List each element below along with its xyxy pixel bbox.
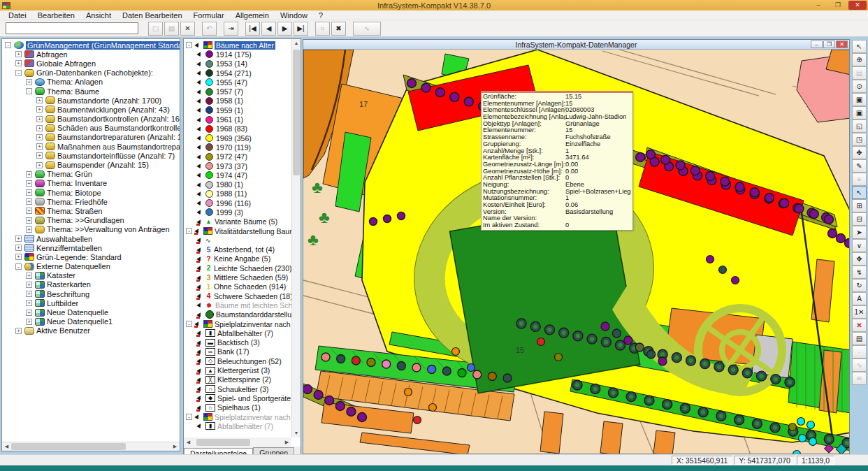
measure-tool-button[interactable]: ✎: [852, 159, 867, 173]
layer-list-button[interactable]: ≡: [852, 173, 867, 186]
legend-horizontal-scrollbar[interactable]: ◀ ▶: [184, 437, 291, 447]
menu-[interactable]: ?: [313, 10, 328, 20]
point-tool-button[interactable]: ∙: [852, 345, 867, 358]
tree-item-grünmanagement-grünmanagement-st[interactable]: -GrünManagement (GrünManagement Standard…: [2, 41, 180, 50]
tree-item-thema-friedhöfe[interactable]: +Thema: Friedhöfe: [2, 197, 180, 206]
search-button[interactable]: ⌗: [315, 22, 330, 36]
legend-item-schwere-schaeden-18[interactable]: ▶4Schwere Schaeden (18): [184, 291, 291, 300]
undo-button[interactable]: ↶: [202, 22, 217, 36]
menu-bearbeiten[interactable]: Bearbeiten: [32, 10, 80, 20]
previous-view-button[interactable]: ◱: [852, 119, 867, 133]
legend-item-1914-175[interactable]: ▶1914 (175): [184, 50, 291, 59]
legend-item-1958-1[interactable]: ▶1958 (1): [184, 96, 291, 106]
zoom-magnifier-button[interactable]: ⊙: [852, 80, 867, 93]
tree-expander[interactable]: +: [15, 254, 22, 260]
tree-item-thema-verwaltung-von-anträgen[interactable]: +Thema: >>Verwaltung von Anträgen: [2, 225, 180, 234]
tree-expander[interactable]: +: [15, 328, 22, 334]
tree-expander[interactable]: +: [36, 162, 43, 168]
menu-datei[interactable]: Datei: [3, 10, 32, 20]
tree-expander[interactable]: +: [36, 97, 43, 103]
legend-item-schaukeltier-3[interactable]: ▶∩Schaukeltier (3): [184, 384, 291, 393]
menu-ansicht[interactable]: Ansicht: [80, 10, 117, 20]
globe-view-button[interactable]: ⊕: [852, 53, 867, 66]
last-record-button[interactable]: ▶|: [294, 22, 308, 36]
tree-expander[interactable]: +: [26, 171, 32, 177]
select-mode-button[interactable]: ↖: [852, 186, 867, 199]
scroll-right-arrow[interactable]: ▶: [171, 442, 180, 451]
tree-item-baumstandortreparaturen-anzahl-1[interactable]: +Baumstandortreparaturen (Anzahl: 1377): [2, 133, 180, 142]
record-search-input[interactable]: [6, 22, 138, 34]
tree-expander[interactable]: +: [36, 125, 43, 131]
legend-expander[interactable]: -: [186, 228, 192, 234]
legend-item-ohne-schaeden-914[interactable]: ▶1Ohne Schaeden (914): [184, 282, 291, 291]
tree-expander[interactable]: +: [15, 245, 22, 251]
tree-expander[interactable]: +: [26, 217, 32, 224]
scroll-left-arrow[interactable]: ◀: [184, 438, 193, 447]
tree-expander[interactable]: -: [26, 88, 32, 94]
open-form-button[interactable]: ⇥: [224, 22, 238, 36]
first-record-button[interactable]: |◀: [245, 22, 260, 36]
legend-item-vitalitätdarstellung-baum[interactable]: -▶Vitalitätdarstellung Baum: [184, 226, 291, 236]
statistics-button[interactable]: ∿: [353, 22, 381, 36]
label-text-button[interactable]: A: [852, 292, 867, 305]
tree-item-baumstandorte-anzahl-1700[interactable]: +Baumstandorte (Anzahl: 1700): [2, 96, 180, 105]
legend-item-spielhaus-1[interactable]: ▶⌂Spielhaus (1): [184, 403, 291, 412]
legend-item-1953-14[interactable]: ▶1953 (14): [184, 59, 291, 68]
legend-expander[interactable]: -: [186, 42, 192, 48]
legend-expander[interactable]: -: [186, 321, 192, 327]
new-record-button[interactable]: ▢: [148, 22, 163, 36]
legend-item-1959-1[interactable]: ▶1959 (1): [184, 106, 291, 115]
menu-formular[interactable]: Formular: [188, 10, 230, 20]
tree-item-auswahltabellen[interactable]: +Auswahltabellen: [2, 234, 180, 243]
legend-item-wave[interactable]: ▶∿: [184, 236, 291, 245]
tree-item-kennzifferntabellen[interactable]: +Kennzifferntabellen: [2, 243, 180, 252]
legend-item-1980-1[interactable]: ▶1980 (1): [184, 180, 291, 189]
legend-item-klettergerüst-3[interactable]: ▶▲Klettergerüst (3): [184, 365, 291, 375]
tree-item-globale-abfragen[interactable]: +Globale Abfragen: [2, 59, 180, 68]
maximize-button[interactable]: ❐: [829, 1, 847, 10]
zoom-window-in-button[interactable]: ▣: [852, 93, 867, 106]
close-button[interactable]: ✕: [848, 1, 867, 10]
legend-item-1988-11[interactable]: ▶1988 (11): [184, 189, 291, 198]
sports-field[interactable]: [449, 203, 639, 393]
select-remove-button[interactable]: ⊟: [852, 212, 867, 226]
legend-item-1999-3[interactable]: ▶1999 (3): [184, 208, 291, 217]
snap-tool-button[interactable]: ↯: [852, 266, 867, 279]
legend-item-beleuchtungen-52[interactable]: ▶◇Beleuchtungen (52): [184, 356, 291, 365]
tree-item-thema-inventare[interactable]: +Thema: Inventare: [2, 179, 180, 188]
pan-view-button[interactable]: ✥: [852, 146, 867, 159]
legend-item-1970-119[interactable]: ▶1970 (119): [184, 143, 291, 152]
edit-pointer-button[interactable]: ➤: [852, 226, 867, 239]
scroll-up-arrow[interactable]: ▲: [292, 39, 301, 48]
tree-item-thema-bäume[interactable]: -Thema: Bäume: [2, 87, 180, 96]
tree-item-schäden-aus-baumstandortkontroll[interactable]: +Schäden aus Baumstandortkontrolle (Anza…: [2, 124, 180, 133]
tree-expander[interactable]: +: [26, 282, 32, 288]
tree-expander[interactable]: +: [26, 180, 32, 187]
tree-item-baumspender-anzahl-15[interactable]: +Baumspender (Anzahl: 15): [2, 160, 180, 169]
tree-item-thema-grün[interactable]: +Thema: Grün: [2, 170, 180, 179]
delete-record-button[interactable]: ✕: [180, 22, 195, 36]
tree-item-neue-datenquelle[interactable]: +Neue Datenquelle: [2, 307, 180, 317]
legend-item-1954-271[interactable]: ▶1954 (271): [184, 68, 291, 78]
legend-item-1973-37[interactable]: ▶1973 (37): [184, 161, 291, 171]
move-element-button[interactable]: ✥: [852, 252, 867, 266]
legend-item-mittlere-schaeden-59[interactable]: ▶3Mittlere Schaeden (59): [184, 273, 291, 282]
legend-item-1969-356[interactable]: ▶1969 (356): [184, 133, 291, 143]
menu-allgemein[interactable]: Allgemein: [230, 10, 275, 20]
legend-item-leichte-schaeden-230[interactable]: ▶2Leichte Schaeden (230): [184, 263, 291, 273]
tree-expander[interactable]: +: [36, 134, 43, 140]
legend-item-baumstandarddarstellung-1682[interactable]: ▶Baumstandarddarstellung (1682): [184, 310, 291, 319]
legend-item-1974-47[interactable]: ▶1974 (47): [184, 171, 291, 180]
tree-expander[interactable]: +: [26, 291, 32, 297]
tree-item-abfragen[interactable]: +Abfragen: [2, 50, 180, 59]
legend-item-abfallbehälter-7[interactable]: ▶▮Abfallbehälter (7): [184, 421, 291, 430]
legend-item-1968-83[interactable]: ▶1968 (83): [184, 124, 291, 133]
tree-item-kataster[interactable]: +Kataster: [2, 271, 180, 280]
scroll-down-arrow[interactable]: ▼: [292, 429, 301, 437]
legend-item-abfallbehälter-7[interactable]: ▶▮Abfallbehälter (7): [184, 328, 291, 338]
legend-item-backtisch-3[interactable]: ▶▬Backtisch (3): [184, 338, 291, 347]
legend-item-spielplatzinventar-nach-art[interactable]: -▶Spielplatzinventar nach Art: [184, 319, 291, 328]
dm-close-button[interactable]: ✕: [836, 41, 848, 48]
legend-item-1955-47[interactable]: ▶1955 (47): [184, 78, 291, 87]
tree-item-grün-datenbanken-fachobjekte[interactable]: -Grün-Datenbanken (Fachobjekte):: [2, 68, 180, 78]
